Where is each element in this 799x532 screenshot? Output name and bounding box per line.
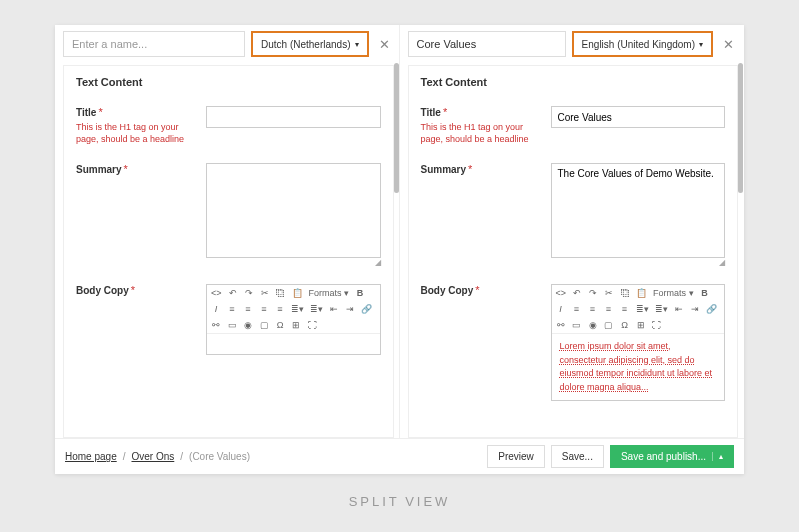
outdent-icon[interactable]: ⇤ [329,304,339,314]
field-title: Title* This is the H1 tag on your page, … [421,106,726,145]
split-view-app: Dutch (Netherlands) ▾ ✕ Text Content Tit… [55,25,744,474]
paste-icon[interactable]: 📋 [636,288,647,298]
undo-icon[interactable]: ↶ [228,288,238,298]
body-label: Body Copy [76,285,129,296]
scrollbar[interactable] [394,63,399,193]
language-select[interactable]: English (United Kingdom) ▾ [572,31,713,57]
bold-icon[interactable]: B [700,288,710,298]
panes: Dutch (Netherlands) ▾ ✕ Text Content Tit… [55,25,744,438]
indent-icon[interactable]: ⇥ [345,304,355,314]
italic-icon[interactable]: I [556,304,566,314]
embed-icon[interactable]: ▢ [259,320,269,330]
save-and-publish-button[interactable]: Save and publish... ▴ [610,445,734,468]
editor-toolbar: <> ↶ ↷ ✂ ⿻ 📋 Formats ▾ B I ≡ ≡ [552,285,725,334]
copy-icon[interactable]: ⿻ [620,288,630,298]
image-icon[interactable]: ▭ [572,320,582,330]
copy-icon[interactable]: ⿻ [276,288,286,298]
outdent-icon[interactable]: ⇤ [674,304,684,314]
redo-icon[interactable]: ↷ [244,288,254,298]
title-hint: This is the H1 tag on your page, should … [76,122,196,145]
field-title: Title* This is the H1 tag on your page, … [76,106,381,145]
save-button[interactable]: Save... [551,445,604,468]
paste-icon[interactable]: 📋 [292,288,303,298]
bold-icon[interactable]: B [355,288,365,298]
title-label: Title [76,107,96,118]
formats-dropdown[interactable]: Formats ▾ [653,288,694,298]
breadcrumb-over-ons[interactable]: Over Ons [131,451,174,462]
source-icon[interactable]: <> [211,288,222,298]
field-body: Body Copy* <> ↶ ↷ ✂ ⿻ 📋 Formats ▾ [76,284,381,355]
close-icon[interactable]: ✕ [719,37,738,52]
image-icon[interactable]: ▭ [227,320,237,330]
breadcrumb-current: (Core Values) [189,451,250,462]
summary-input[interactable] [206,163,381,258]
name-input[interactable] [408,31,566,57]
breadcrumb-home[interactable]: Home page [65,451,117,462]
align-justify-icon[interactable]: ≡ [275,304,285,314]
close-icon[interactable]: ✕ [375,37,394,52]
table-icon[interactable]: ⊞ [636,320,646,330]
media-icon[interactable]: ◉ [243,320,253,330]
preview-button[interactable]: Preview [487,445,545,468]
summary-label: Summary [421,164,467,175]
list-number-icon[interactable]: ≣▾ [310,304,323,314]
indent-icon[interactable]: ⇥ [690,304,700,314]
body-label: Body Copy [421,285,474,296]
title-input[interactable] [551,106,726,128]
language-label: English (United Kingdom) [582,39,695,50]
pane-left: Dutch (Netherlands) ▾ ✕ Text Content Tit… [55,25,400,438]
list-bullet-icon[interactable]: ≣▾ [636,304,649,314]
language-select[interactable]: Dutch (Netherlands) ▾ [251,31,368,57]
table-icon[interactable]: ⊞ [291,320,301,330]
editor-body[interactable] [207,334,380,354]
required-marker: * [468,163,472,175]
formats-dropdown[interactable]: Formats ▾ [309,288,350,298]
undo-icon[interactable]: ↶ [572,288,582,298]
redo-icon[interactable]: ↷ [588,288,598,298]
language-label: Dutch (Netherlands) [261,39,350,50]
title-input[interactable] [206,106,381,128]
caption-label: SPLIT VIEW [0,494,799,509]
align-right-icon[interactable]: ≡ [604,304,614,314]
fullscreen-icon[interactable]: ⛶ [652,320,662,330]
fullscreen-icon[interactable]: ⛶ [307,320,317,330]
source-icon[interactable]: <> [556,288,567,298]
unlink-icon[interactable]: ⚯ [211,320,221,330]
content-box: Text Content Title* This is the H1 tag o… [63,65,394,438]
link-icon[interactable]: 🔗 [706,304,717,314]
align-center-icon[interactable]: ≡ [588,304,598,314]
list-number-icon[interactable]: ≣▾ [655,304,668,314]
pane-right: English (United Kingdom) ▾ ✕ Text Conten… [400,25,745,438]
cut-icon[interactable]: ✂ [260,288,270,298]
summary-label: Summary [76,164,122,175]
resize-grip-icon[interactable]: ◢ [206,258,381,266]
align-left-icon[interactable]: ≡ [572,304,582,314]
align-center-icon[interactable]: ≡ [243,304,253,314]
align-justify-icon[interactable]: ≡ [620,304,630,314]
pane-header: English (United Kingdom) ▾ ✕ [408,31,739,57]
unlink-icon[interactable]: ⚯ [556,320,566,330]
resize-grip-icon[interactable]: ◢ [551,258,726,266]
rich-text-editor: <> ↶ ↷ ✂ ⿻ 📋 Formats ▾ B I ≡ ≡ [551,284,726,401]
field-body: Body Copy* <> ↶ ↷ ✂ ⿻ 📋 Formats ▾ [421,284,726,401]
cut-icon[interactable]: ✂ [604,288,614,298]
scrollbar[interactable] [738,63,743,193]
footer: Home page / Over Ons / (Core Values) Pre… [55,438,744,474]
required-marker: * [124,163,128,175]
media-icon[interactable]: ◉ [588,320,598,330]
align-left-icon[interactable]: ≡ [227,304,237,314]
italic-icon[interactable]: I [211,304,221,314]
omega-icon[interactable]: Ω [620,320,630,330]
field-summary: Summary* ◢ [76,163,381,266]
omega-icon[interactable]: Ω [275,320,285,330]
editor-body[interactable]: Lorem ipsum dolor sit amet, consectetur … [552,334,725,400]
align-right-icon[interactable]: ≡ [259,304,269,314]
editor-toolbar: <> ↶ ↷ ✂ ⿻ 📋 Formats ▾ B I ≡ ≡ [207,285,380,334]
breadcrumb-sep: / [123,451,126,462]
name-input[interactable] [63,31,245,57]
summary-input[interactable] [551,163,726,258]
list-bullet-icon[interactable]: ≣▾ [291,304,304,314]
link-icon[interactable]: 🔗 [361,304,372,314]
caret-up-icon: ▴ [712,452,723,461]
embed-icon[interactable]: ▢ [604,320,614,330]
